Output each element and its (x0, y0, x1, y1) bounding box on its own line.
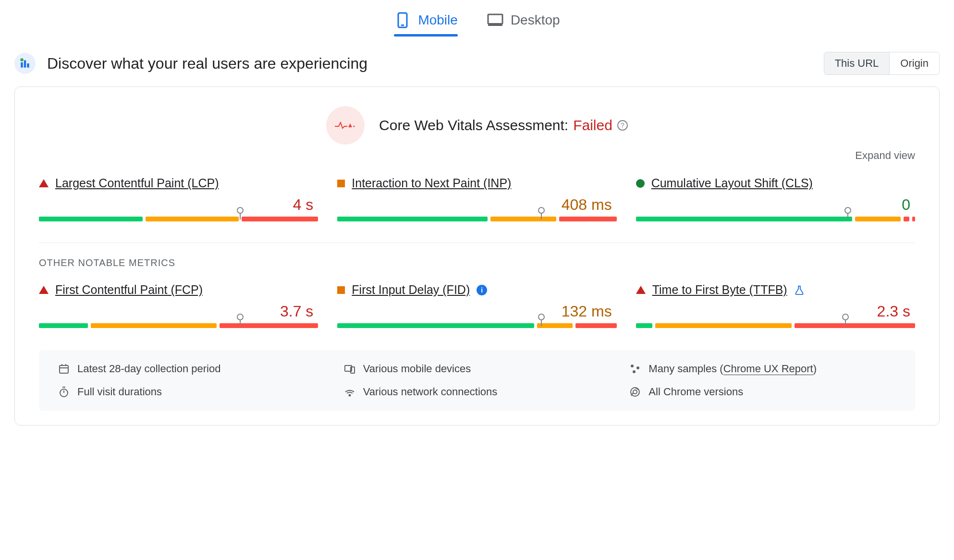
metric-value: 0 (636, 196, 915, 214)
svg-point-16 (237, 314, 243, 320)
svg-point-10 (237, 207, 243, 213)
bar-good (636, 323, 652, 328)
bar-needs-improvement (91, 323, 217, 328)
distribution-bar (337, 323, 616, 328)
metric-name-link[interactable]: Largest Contentful Paint (LCP) (55, 176, 219, 190)
metric-name-link[interactable]: Interaction to Next Paint (INP) (352, 176, 511, 190)
flask-icon (794, 285, 805, 295)
svg-rect-6 (24, 61, 26, 68)
tab-desktop[interactable]: Desktop (487, 12, 560, 36)
distribution-bar (636, 323, 915, 328)
value-pin-icon (844, 207, 852, 221)
bar-poor (575, 323, 616, 328)
other-metrics-heading: OTHER NOTABLE METRICS (39, 257, 915, 268)
bar-good (39, 323, 88, 328)
svg-point-14 (845, 207, 851, 213)
footer-network: Various network connections (344, 386, 611, 398)
divider (39, 243, 915, 243)
metric-value: 4 s (39, 196, 318, 214)
status-indicator (636, 286, 646, 294)
mobile-icon (394, 12, 411, 29)
data-source-footer: Latest 28-day collection period Various … (39, 350, 915, 411)
bar-needs-improvement (655, 323, 792, 328)
metric-value: 2.3 s (636, 303, 915, 320)
metric-value: 408 ms (337, 196, 616, 214)
bar-poor-tail (912, 217, 915, 221)
metric-name-link[interactable]: Time to First Byte (TTFB) (652, 283, 787, 297)
svg-point-30 (633, 370, 636, 373)
bar-good (39, 217, 143, 221)
desktop-icon (487, 12, 504, 29)
distribution-bar (39, 217, 318, 221)
network-icon (344, 386, 355, 398)
status-indicator (337, 286, 345, 294)
bar-poor (220, 323, 318, 328)
metric-card: First Input Delay (FID) i 132 ms (337, 283, 616, 328)
bar-needs-improvement (855, 217, 901, 221)
footer-period: Latest 28-day collection period (58, 363, 325, 375)
value-pin-icon (841, 314, 850, 328)
metric-name-link[interactable]: First Input Delay (FID) (352, 283, 470, 297)
bar-poor (795, 323, 915, 328)
status-indicator (337, 180, 345, 187)
svg-point-4 (20, 58, 24, 61)
crux-report-link[interactable]: Chrome UX Report (723, 363, 813, 375)
chrome-icon (629, 386, 641, 398)
svg-point-18 (538, 314, 544, 320)
value-pin-icon (537, 207, 546, 221)
svg-point-36 (633, 390, 637, 394)
value-pin-icon (537, 314, 546, 328)
metric-value: 132 ms (337, 303, 616, 320)
footer-durations: Full visit durations (58, 386, 325, 398)
value-pin-icon (236, 314, 245, 328)
distribution-bar (636, 217, 915, 221)
stopwatch-icon (58, 386, 70, 398)
page-title: Discover what your real users are experi… (47, 55, 367, 73)
svg-point-9 (354, 126, 355, 127)
metric-value: 3.7 s (39, 303, 318, 320)
bar-poor (559, 217, 617, 221)
metric-card: First Contentful Paint (FCP) 3.7 s (39, 283, 318, 328)
help-icon[interactable]: ? (617, 120, 628, 131)
bar-needs-improvement (490, 217, 556, 221)
calendar-icon (58, 363, 70, 375)
field-data-icon (14, 53, 36, 74)
scope-toggle: This URL Origin (824, 52, 940, 75)
bar-good (337, 323, 534, 328)
expand-view-link[interactable]: Expand view (39, 149, 915, 162)
status-indicator (39, 286, 49, 294)
svg-point-28 (631, 365, 634, 367)
svg-rect-2 (488, 14, 502, 24)
vitals-panel: Core Web Vitals Assessment: Failed ? Exp… (14, 86, 940, 426)
device-tabs: Mobile Desktop (14, 0, 940, 52)
metric-card: Largest Contentful Paint (LCP) 4 s (39, 176, 318, 221)
assessment-status: Failed (573, 117, 612, 134)
toggle-this-url[interactable]: This URL (824, 52, 890, 74)
metric-name-link[interactable]: Cumulative Layout Shift (CLS) (651, 176, 813, 190)
metric-card: Time to First Byte (TTFB) 2.3 s (636, 283, 915, 328)
metric-card: Cumulative Layout Shift (CLS) 0 (636, 176, 915, 221)
footer-devices: Various mobile devices (344, 363, 611, 375)
footer-versions: All Chrome versions (629, 386, 896, 398)
scatter-icon (629, 363, 641, 375)
bar-needs-improvement (146, 217, 239, 221)
info-icon[interactable]: i (477, 285, 487, 295)
svg-rect-22 (60, 365, 68, 373)
bar-poor (904, 217, 909, 221)
assessment-label: Core Web Vitals Assessment: (379, 117, 568, 134)
svg-marker-8 (348, 123, 352, 127)
metric-name-link[interactable]: First Contentful Paint (FCP) (55, 283, 203, 297)
svg-point-29 (636, 366, 639, 369)
bar-good (636, 217, 853, 221)
toggle-origin[interactable]: Origin (889, 52, 939, 74)
svg-point-20 (843, 314, 848, 320)
tab-mobile-label: Mobile (418, 12, 457, 28)
svg-rect-5 (21, 62, 23, 68)
status-indicator (39, 179, 49, 187)
svg-point-12 (538, 207, 544, 213)
status-indicator (636, 179, 645, 188)
svg-point-34 (349, 395, 350, 396)
assessment-badge-icon (326, 106, 365, 145)
distribution-bar (39, 323, 318, 328)
tab-mobile[interactable]: Mobile (394, 12, 457, 36)
